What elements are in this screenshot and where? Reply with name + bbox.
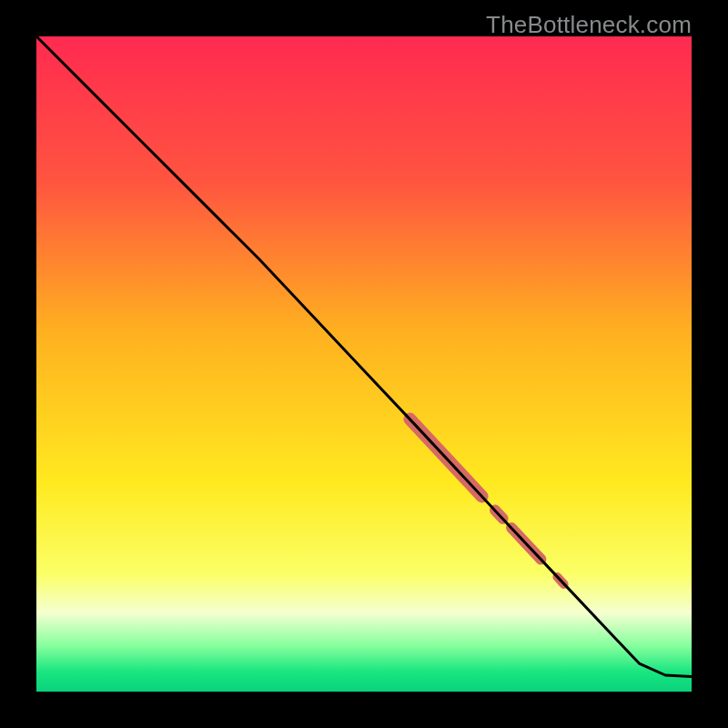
chart-frame [36, 36, 692, 692]
chart-svg [36, 36, 692, 692]
watermark-text: TheBottleneck.com [486, 11, 692, 39]
